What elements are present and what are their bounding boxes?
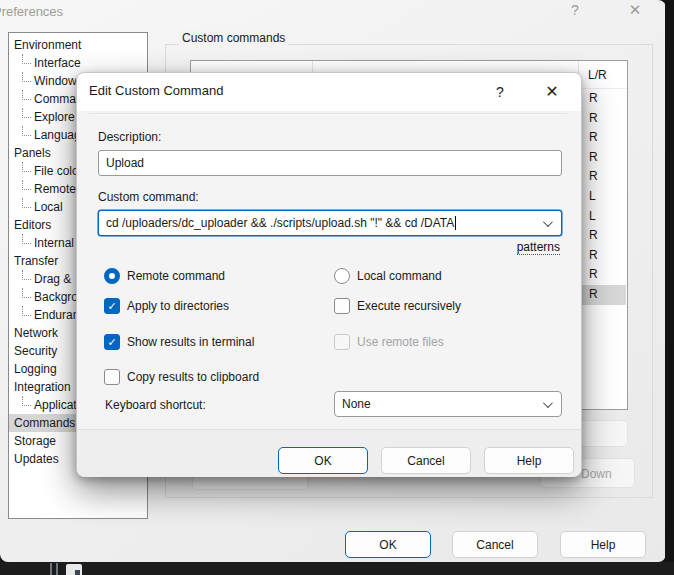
lr-column-header[interactable]: L/R — [588, 68, 607, 82]
remote-command-radio[interactable]: Remote command — [104, 268, 225, 284]
tree-item-label: Internal — [34, 236, 74, 250]
lr-value: L — [580, 187, 626, 207]
custom-command-value: cd /uploaders/dc_uploader && ./scripts/u… — [106, 216, 454, 230]
lr-value: L — [580, 207, 626, 227]
chevron-down-icon[interactable] — [543, 217, 553, 227]
window-help-button[interactable]: ? — [564, 0, 586, 20]
copy-results-clipboard-checkbox[interactable]: Copy results to clipboard — [104, 369, 259, 385]
tree-elbow-icon — [22, 72, 31, 82]
lr-value: R — [580, 148, 626, 168]
apply-to-directories-checkbox[interactable]: ✓ Apply to directories — [104, 298, 229, 314]
checkbox-checked-icon[interactable]: ✓ — [104, 334, 120, 350]
local-command-label: Local command — [357, 269, 442, 283]
execute-recursively-checkbox[interactable]: Execute recursively — [334, 298, 461, 314]
dialog-help-button[interactable]: Help — [484, 447, 574, 474]
tree-item-label: File colo — [34, 164, 79, 178]
lr-value: R — [580, 246, 626, 266]
tree-item[interactable]: Environment — [9, 36, 147, 54]
desktop-right-strip — [665, 0, 674, 575]
window-close-button[interactable]: ✕ — [624, 0, 646, 20]
tree-item-label: Local — [34, 200, 63, 214]
lr-value: R — [580, 109, 626, 129]
tree-item-label: Transfer — [14, 254, 58, 268]
tree-elbow-icon — [22, 288, 31, 298]
remote-command-label: Remote command — [127, 269, 225, 283]
tree-elbow-icon — [22, 54, 31, 64]
radio-unselected-icon[interactable] — [334, 268, 350, 284]
local-command-radio[interactable]: Local command — [334, 268, 442, 284]
tree-elbow-icon — [22, 180, 31, 190]
titlebar-separator — [89, 113, 567, 115]
tree-item-label: Explore — [34, 110, 75, 124]
description-value: Upload — [106, 156, 144, 170]
radio-selected-icon[interactable] — [104, 268, 120, 284]
chevron-down-icon[interactable] — [543, 398, 553, 408]
text-caret — [455, 216, 456, 230]
tree-elbow-icon — [22, 108, 31, 118]
use-remote-files-checkbox: Use remote files — [334, 334, 444, 350]
lr-value: R — [580, 167, 626, 187]
tree-elbow-icon — [22, 234, 31, 244]
tree-item-label: Editors — [14, 218, 51, 232]
tree-elbow-icon — [22, 162, 31, 172]
tree-elbow-icon — [22, 396, 31, 406]
down-button-label: Down — [581, 467, 612, 481]
dialog-close-button[interactable]: ✕ — [541, 82, 563, 102]
tree-item-label: Storage — [14, 434, 56, 448]
tree-item-label: Languag — [34, 128, 81, 142]
lr-value: R — [580, 265, 626, 285]
tree-item-label: Updates — [14, 452, 59, 466]
tree-item-label: Environment — [14, 38, 81, 52]
description-input[interactable]: Upload — [98, 150, 562, 176]
preferences-cancel-button[interactable]: Cancel — [452, 531, 538, 558]
taskbar-divider — [50, 563, 52, 575]
tree-item-label: Comma — [34, 92, 76, 106]
dialog-help-button[interactable]: ? — [489, 82, 511, 102]
keyboard-shortcut-dropdown[interactable]: None — [334, 391, 562, 417]
tree-item-label: Enduran — [34, 308, 79, 322]
taskbar-app-icon[interactable] — [66, 564, 82, 575]
show-results-terminal-label: Show results in terminal — [127, 335, 254, 349]
dialog-ok-button[interactable]: OK — [278, 447, 368, 474]
tree-item-label: Drag & — [34, 272, 71, 286]
tree-item-label: Integration — [14, 380, 71, 394]
tree-item-label: Commands — [14, 416, 75, 430]
dialog-title: Edit Custom Command — [89, 83, 223, 98]
taskbar-divider — [56, 563, 58, 575]
copy-results-clipboard-label: Copy results to clipboard — [127, 370, 259, 384]
tree-item-label: Remote — [34, 182, 76, 196]
tree-item-label: Logging — [14, 362, 57, 376]
use-remote-files-label: Use remote files — [357, 335, 444, 349]
tree-item-label: Window — [34, 74, 77, 88]
checkbox-disabled-icon — [334, 334, 350, 350]
lr-value: R — [580, 128, 626, 148]
lr-value: R — [580, 89, 626, 109]
keyboard-shortcut-value: None — [342, 397, 371, 411]
preferences-ok-button[interactable]: OK — [345, 531, 431, 558]
patterns-link[interactable]: patterns — [517, 240, 560, 255]
custom-command-label: Custom command: — [98, 190, 199, 204]
tree-elbow-icon — [22, 90, 31, 100]
description-label: Description: — [98, 130, 161, 144]
edit-custom-command-dialog: Edit Custom Command ? ✕ Description: Upl… — [76, 72, 582, 477]
lr-value: R — [580, 226, 626, 246]
preferences-help-button[interactable]: Help — [560, 531, 646, 558]
dialog-cancel-button[interactable]: Cancel — [381, 447, 471, 474]
tree-elbow-icon — [22, 126, 31, 136]
tree-elbow-icon — [22, 306, 31, 316]
tree-item[interactable]: Interface — [9, 54, 147, 72]
checkbox-unchecked-icon[interactable] — [334, 298, 350, 314]
custom-command-combobox[interactable]: cd /uploaders/dc_uploader && ./scripts/u… — [98, 210, 562, 236]
tree-item-label: Backgro — [34, 290, 78, 304]
execute-recursively-label: Execute recursively — [357, 299, 461, 313]
window-title: Preferences — [0, 4, 63, 19]
group-label: Custom commands — [179, 31, 288, 45]
checkbox-checked-icon[interactable]: ✓ — [104, 298, 120, 314]
taskbar-strip — [0, 562, 674, 575]
show-results-terminal-checkbox[interactable]: ✓ Show results in terminal — [104, 334, 254, 350]
screen: Preferences ? ✕ Environment Interface Wi… — [0, 0, 674, 575]
dialog-footer: OK Cancel Help — [77, 429, 581, 477]
dialog-titlebar: Edit Custom Command ? ✕ — [77, 73, 581, 111]
checkbox-unchecked-icon[interactable] — [104, 369, 120, 385]
tree-item-label: Interface — [34, 56, 81, 70]
